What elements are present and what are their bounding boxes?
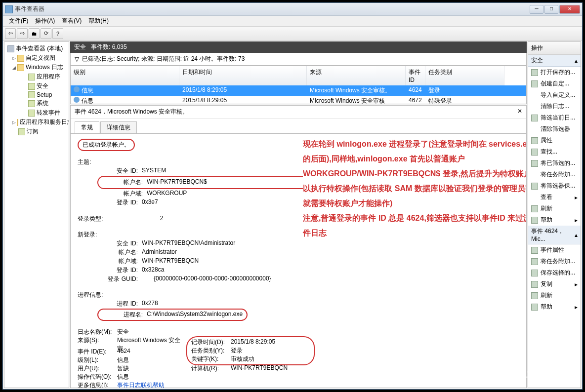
- info-icon: [74, 97, 80, 103]
- online-help-link[interactable]: 事件日志联机帮助: [117, 382, 165, 388]
- up-button[interactable]: 🖿: [29, 28, 40, 39]
- chevron-right-icon: ▸: [575, 217, 578, 224]
- main-window: 事件查看器 ─ □ ✕ 文件(F) 操作(A) 查看(V) 帮助(H) ⇦ ⇨ …: [2, 2, 583, 390]
- tree-windows-logs[interactable]: ◢Windows 日志: [6, 63, 67, 72]
- copy-icon: [531, 281, 538, 288]
- help-icon: [531, 304, 538, 311]
- action-open-saved[interactable]: 打开保存的...: [528, 67, 581, 78]
- action-refresh[interactable]: 刷新: [528, 203, 581, 214]
- minimize-button[interactable]: ─: [530, 5, 543, 14]
- login-type-label: 登录类型:: [78, 215, 142, 223]
- log-icon: [28, 100, 35, 107]
- collapse-icon: ▴: [575, 232, 578, 238]
- tree-setup[interactable]: Setup: [6, 91, 67, 99]
- funnel-icon: [531, 115, 538, 121]
- tree-app-services[interactable]: ▷应用程序和服务日志: [6, 118, 67, 127]
- menubar: 文件(F) 操作(A) 查看(V) 帮助(H): [3, 16, 582, 27]
- success-message: 已成功登录帐户。: [78, 139, 135, 151]
- eventviewer-icon: [7, 45, 14, 52]
- filter-text: 已筛选:日志: Security; 来源; 日期范围: 近 24 小时。事件数:…: [82, 55, 245, 63]
- save-icon: [531, 183, 538, 190]
- action-help[interactable]: 帮助▸: [528, 214, 581, 226]
- col-source[interactable]: 来源: [307, 66, 406, 85]
- action-save-filter[interactable]: 将筛选器保...: [528, 180, 581, 192]
- refresh-button[interactable]: ⟳: [41, 28, 51, 39]
- properties-icon: [531, 137, 538, 144]
- close-detail-button[interactable]: ✕: [517, 108, 522, 116]
- col-datetime[interactable]: 日期和时间: [179, 66, 307, 85]
- info-icon: [74, 86, 80, 92]
- close-button[interactable]: ✕: [559, 5, 580, 14]
- tree-forwarded[interactable]: 转发事件: [6, 108, 67, 118]
- action-save-filtered[interactable]: 将已筛选的...: [528, 157, 581, 169]
- action-save-selected[interactable]: 保存选择的...: [528, 267, 581, 278]
- grid-header-log: 安全: [74, 43, 86, 51]
- detail-title: 事件 4624，Microsoft Windows 安全审核。: [75, 108, 188, 116]
- log-icon: [28, 74, 35, 80]
- action-view[interactable]: 查看▸: [528, 192, 581, 203]
- grid-header-count: 事件数: 6,035: [91, 43, 127, 51]
- tree-security[interactable]: 安全: [6, 81, 67, 91]
- tree-application[interactable]: 应用程序: [6, 72, 67, 81]
- refresh-icon: [531, 205, 538, 212]
- tree-root[interactable]: 事件查看器 (本地): [6, 44, 67, 53]
- tab-details[interactable]: 详细信息: [100, 121, 137, 134]
- menu-help[interactable]: 帮助(H): [85, 16, 112, 26]
- action-attach-task[interactable]: 将任务附加...: [528, 169, 581, 180]
- menu-view[interactable]: 查看(V): [59, 16, 84, 26]
- forward-button[interactable]: ⇨: [17, 28, 28, 39]
- col-id[interactable]: 事件 ID: [406, 66, 425, 85]
- action-event-properties[interactable]: 事件属性: [528, 244, 581, 256]
- filter-bar: ▽ 已筛选:日志: Security; 来源; 日期范围: 近 24 小时。事件…: [70, 53, 527, 66]
- tree-custom-views[interactable]: ▷自定义视图: [6, 53, 67, 63]
- actions-section-event[interactable]: 事件 4624，Mic...▴: [528, 226, 581, 244]
- action-refresh2[interactable]: 刷新: [528, 290, 581, 301]
- toolbar: ⇦ ⇨ 🖿 ⟳ ?: [3, 27, 582, 40]
- tab-general[interactable]: 常规: [75, 121, 99, 134]
- table-header[interactable]: 级别 日期和时间 来源 事件 ID 任务类别: [71, 66, 526, 85]
- tree-system[interactable]: 系统: [6, 99, 67, 108]
- table-row[interactable]: 信息 2015/1/8 8:29:05 Microsoft Windows 安全…: [71, 96, 526, 104]
- save-icon: [531, 270, 538, 276]
- action-clear-filter[interactable]: 清除筛选器: [528, 123, 581, 135]
- subscription-icon: [18, 128, 25, 135]
- tree-subscriptions[interactable]: 订阅: [6, 127, 67, 136]
- menu-file[interactable]: 文件(F): [6, 16, 31, 26]
- table-row[interactable]: 信息 2015/1/8 8:29:05 Microsoft Windows 安全…: [71, 85, 526, 96]
- action-copy[interactable]: 复制▸: [528, 278, 581, 290]
- back-button[interactable]: ⇦: [5, 28, 16, 39]
- help-button[interactable]: ?: [52, 28, 63, 39]
- action-filter-current[interactable]: 筛选当前日...: [528, 112, 581, 123]
- action-properties[interactable]: 属性: [528, 135, 581, 146]
- collapse-icon: ▴: [575, 57, 578, 64]
- save-icon: [531, 160, 538, 167]
- action-help2[interactable]: 帮助▸: [528, 301, 581, 313]
- event-detail-pane: 事件 4624，Microsoft Windows 安全审核。 ✕ 常规 详细信…: [70, 105, 527, 388]
- log-icon: [28, 83, 35, 90]
- col-task[interactable]: 任务类别: [425, 66, 504, 85]
- action-find[interactable]: 查找...: [528, 146, 581, 157]
- action-attach-task2[interactable]: 将任务附加...: [528, 256, 581, 267]
- open-icon: [531, 69, 538, 76]
- grid-header: 安全 事件数: 6,035: [70, 41, 527, 53]
- titlebar[interactable]: 事件查看器 ─ □ ✕: [3, 3, 582, 16]
- annotation-overlay: 现在轮到 winlogon.exe 进程登录了(注意登录时间在 services…: [303, 137, 526, 240]
- watermark: 51CTO.com 技术博客 Blog: [520, 368, 580, 388]
- funnel-icon: [531, 80, 538, 87]
- refresh-icon: [531, 292, 538, 299]
- process-info-label: 进程信息:: [78, 291, 519, 299]
- window-title: 事件查看器: [15, 5, 530, 13]
- action-import-custom[interactable]: 导入自定义...: [528, 89, 581, 101]
- app-icon: [5, 5, 13, 13]
- event-table[interactable]: 级别 日期和时间 来源 事件 ID 任务类别 信息 2015/1/8 8:29:…: [70, 66, 527, 104]
- col-level[interactable]: 级别: [71, 66, 179, 85]
- action-create-custom[interactable]: 创建自定...: [528, 78, 581, 89]
- actions-section-security[interactable]: 安全▴: [528, 55, 581, 67]
- chevron-right-icon: ▸: [575, 304, 578, 311]
- help-icon: [531, 217, 538, 224]
- maximize-button[interactable]: □: [544, 5, 558, 14]
- nav-tree[interactable]: 事件查看器 (本地) ▷自定义视图 ◢Windows 日志 应用程序 安全 Se…: [4, 41, 69, 388]
- task-icon: [531, 258, 538, 265]
- menu-action[interactable]: 操作(A): [32, 16, 58, 26]
- action-clear-log[interactable]: 清除日志...: [528, 101, 581, 112]
